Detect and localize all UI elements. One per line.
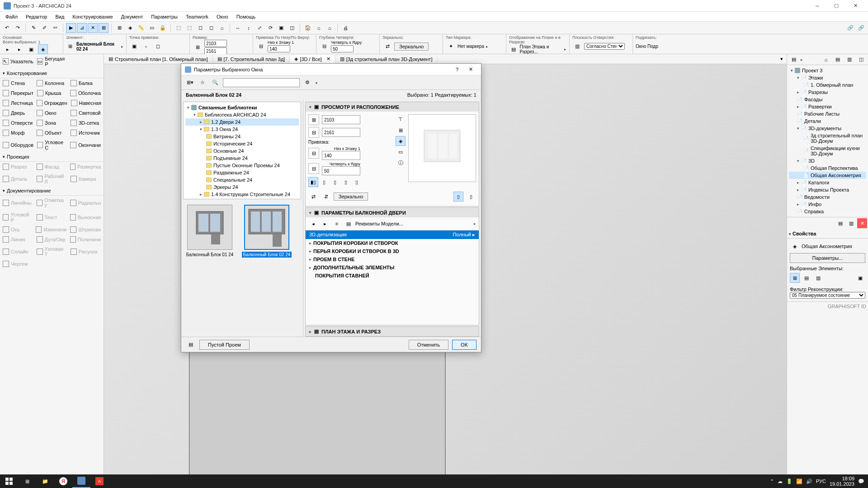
lib-item[interactable]: Специальные 24 [185,176,299,183]
maximize-button[interactable]: ▢ [827,0,845,11]
menu-design[interactable]: Конструирование [69,13,116,20]
tab-1[interactable]: ▤[7. Строительный план 3д] [213,55,290,63]
nav-tab3-icon[interactable]: ▥ [844,55,854,65]
acc-preview-header[interactable]: ▾▣ПРОСМОТР И РАСПОЛОЖЕНИЕ [306,102,479,112]
dialog-close-button[interactable]: ✕ [464,64,477,75]
nav-worksheets[interactable]: 📄Рабочие Листы [789,110,866,117]
view-grid-icon[interactable]: ⊞ [396,125,406,135]
tool-Угловой Р[interactable]: Угловой Р [2,211,34,224]
mode4-icon[interactable]: ⊞ [99,23,108,33]
size-height-input[interactable] [204,47,227,55]
yandex-icon[interactable]: Я [54,474,72,488]
reveal-icon[interactable]: ⊟ [319,42,329,52]
nav-mode-icon[interactable]: ▤ [789,55,799,65]
tool-Узловая Т[interactable]: Узловая Т [36,245,68,258]
m6-icon[interactable]: ◫ [287,23,297,33]
lib-constr[interactable]: ▸1.4 Конструкции Строительные 24 [185,191,299,198]
menu-document[interactable]: Документ [118,13,147,20]
lock-icon[interactable]: 🔒 [158,23,168,33]
t4-icon[interactable]: ◻ [206,23,216,33]
plan-chevron-icon[interactable]: ▸ [564,47,566,52]
sel2-icon[interactable]: ▸ [14,44,24,54]
close-button[interactable]: ✕ [846,0,864,11]
tool-Отметка У[interactable]: Отметка У [36,197,68,209]
tool-Лестница[interactable]: Лестница [2,99,34,107]
sel-mode3-icon[interactable]: ▥ [813,273,823,283]
tool-Колонна[interactable]: Колонна [36,79,68,87]
lib-item[interactable]: Основные 24 [185,147,299,155]
tool-Световой[interactable]: Световой [70,109,102,117]
marker-icon[interactable]: ✦ [446,42,456,52]
tab-overflow-icon[interactable]: ▾ [777,54,787,64]
nav-sections[interactable]: ▸📄Разрезы [789,89,866,96]
nav-catalogs[interactable]: ▸📄Каталоги [789,179,866,186]
acc-plan-header[interactable]: ▸▤ПЛАН ЭТАЖА И РАЗРЕЗ [306,327,479,336]
snap3-icon[interactable]: ◻ [153,42,163,52]
element-icon[interactable]: ⊞ [66,42,75,52]
m5-icon[interactable]: ▣ [276,23,286,33]
lib-item[interactable]: Раздвижные 24 [185,169,299,176]
sel3-icon[interactable]: ▣ [26,44,36,54]
nav-floor1[interactable]: 📄1. Обмерный план [789,81,866,89]
flip3-icon[interactable]: ▯ [330,177,340,187]
view-top-icon[interactable]: ⊤ [396,114,406,124]
sel4-icon[interactable]: ◈ [38,44,48,54]
tab-0[interactable]: ▤Строительный план [1. Обмерный план] [104,55,213,63]
opening-select[interactable]: Согласно Стене [584,43,625,50]
tool-Окончани[interactable]: Окончани [69,139,102,151]
nav-tab4-icon[interactable]: ◫ [856,55,866,65]
menu-options[interactable]: Параметры [147,13,181,20]
tray-volume-icon[interactable]: 🔊 [806,479,812,484]
rect-icon[interactable]: ▭ [147,23,157,33]
marker-chevron-icon[interactable]: ▸ [486,44,488,49]
tray-date[interactable]: 19.01.2023 [830,481,854,487]
menu-teamwork[interactable]: Teamwork [182,13,212,20]
tool-Оболочка[interactable]: Оболочка [69,89,102,97]
lib-item[interactable]: Пустые Оконные Проемы 24 [185,162,299,169]
tool-Объект[interactable]: Объект [36,129,68,137]
nav-3ddoc2[interactable]: 📄Спецификации кухни 3D-Докум [789,145,866,157]
mirror-h-icon[interactable]: ⇄ [308,192,318,202]
mode1-icon[interactable]: ▶ [66,23,76,33]
dlg-mirror-button[interactable]: Зеркально [334,192,368,201]
renovation-filter-select[interactable]: 05 Планируемое состояние [790,292,865,299]
archicad-task-icon[interactable] [72,474,90,488]
tool-Штриховк[interactable]: Штриховк [69,225,102,234]
params-button[interactable]: Параметры... [790,253,865,263]
t2-icon[interactable]: ⬚ [184,23,194,33]
nav-details[interactable]: 📄Детали [789,117,866,125]
dlg-reveal-input[interactable] [322,166,360,175]
mode3-icon[interactable]: ✕ [88,23,98,33]
h2-icon[interactable]: ⌂ [314,23,324,33]
nav-persp[interactable]: 📄Общая Перспектива [789,164,866,172]
h3-icon[interactable]: ⌂ [325,23,335,33]
reveal-ref[interactable]: Четверть к Ядру [331,40,362,45]
t3-icon[interactable]: ◻ [195,23,205,33]
browse-mode-icon[interactable]: ⊞▾ [185,78,195,88]
tool-Дуга/Окр[interactable]: Дуга/Окр [36,235,68,244]
tray-lang[interactable]: РУС [816,479,826,484]
acrobat-icon[interactable]: A [90,474,108,488]
nav-project[interactable]: ▾Проект 3 [789,67,866,74]
tray-cloud-icon[interactable]: ☁ [778,479,783,484]
mirror-button[interactable]: Зеркально [394,42,429,51]
thumb-0[interactable]: Балконный Блок 01 24 [185,205,235,258]
tool-Изменени[interactable]: Изменени [35,225,67,234]
sel-apply-icon[interactable]: ▣ [855,273,865,283]
wall-side1-icon[interactable]: ▯ [453,192,463,202]
tool-Дверь[interactable]: Дверь [2,109,34,117]
nav-floors[interactable]: ▾📄Этажи [789,74,866,81]
arrow-tool[interactable]: ↖Указатель [2,55,34,68]
dlg-search-icon[interactable]: 🔍 [210,78,220,88]
tool-Стена[interactable]: Стена [2,79,34,87]
detail3d-row[interactable]: 3D-детализация Полный ▸ [306,230,479,239]
coatings-row[interactable]: ▸ПОКРЫТИЯ КОРОБКИ И СТВОРОК [306,239,479,247]
m2-icon[interactable]: ↕ [244,23,254,33]
pick-icon[interactable]: ✎ [28,23,38,33]
marquee-tool[interactable]: ▭Бегущая Р [36,55,69,68]
anchor-ref[interactable]: Низ к Этажу 1 [268,40,294,45]
m3-icon[interactable]: ⤢ [255,23,264,33]
lib-archicad[interactable]: ▾Библиотека ARCHICAD 24 [185,111,299,118]
tool-Ось[interactable]: Ось [2,225,33,234]
nav-3ddocs[interactable]: ▾📄3D-документы [789,125,866,132]
